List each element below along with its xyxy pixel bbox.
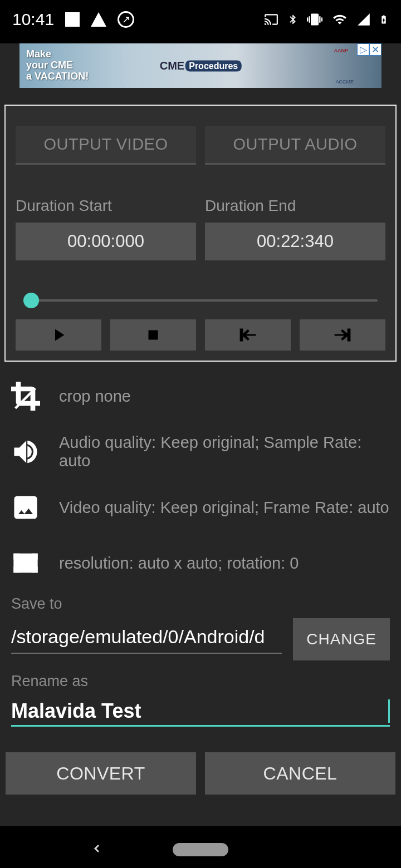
stop-button[interactable]	[110, 319, 196, 351]
stop-icon	[144, 326, 163, 344]
notification-icon	[65, 12, 80, 27]
save-to-label: Save to	[11, 595, 390, 613]
svg-point-1	[22, 560, 30, 567]
android-nav-bar	[0, 826, 401, 868]
resolution-icon	[11, 549, 40, 578]
setting-resolution-text: resolution: auto x auto; rotation: 0	[59, 554, 299, 573]
signal-icon	[356, 12, 371, 27]
android-status-bar: 10:41 ↗	[0, 0, 401, 39]
setting-crop-text: crop none	[59, 387, 131, 406]
seek-end-icon	[330, 324, 355, 346]
seek-start-button[interactable]	[205, 319, 291, 351]
setting-audio-text: Audio quality: Keep original; Sample Rat…	[59, 433, 390, 470]
nav-back-button[interactable]	[90, 840, 104, 859]
wifi-icon	[331, 12, 349, 27]
ad-badge: AANP	[334, 48, 348, 53]
image-icon	[11, 493, 40, 522]
convert-button[interactable]: CONVERT	[6, 752, 196, 795]
crop-icon	[11, 382, 40, 411]
tab-output-audio[interactable]: OUTPUT AUDIO	[205, 126, 385, 165]
text-cursor	[388, 699, 390, 723]
play-button[interactable]	[16, 319, 101, 351]
ad-banner[interactable]: Make your CME a VACATION! CME Procedures…	[19, 43, 382, 88]
duration-end-value[interactable]: 00:22:340	[205, 223, 385, 260]
change-button[interactable]: CHANGE	[293, 618, 390, 660]
duration-start-label: Duration Start	[16, 197, 196, 215]
setting-video-text: Video quality: Keep original; Frame Rate…	[59, 499, 389, 517]
duration-start-value[interactable]: 00:00:000	[16, 223, 196, 260]
slider-thumb[interactable]	[23, 293, 39, 308]
setting-crop[interactable]: crop none	[11, 368, 390, 424]
duration-end-label: Duration End	[205, 197, 385, 215]
rename-label: Rename as	[11, 673, 390, 690]
save-path-field[interactable]: /storage/emulated/0/Android/d	[11, 625, 282, 654]
setting-audio[interactable]: Audio quality: Keep original; Sample Rat…	[11, 424, 390, 480]
ad-brand: CME Procedures	[160, 60, 242, 72]
rename-input[interactable]: Malavida Test	[11, 696, 390, 727]
battery-charging-icon	[379, 11, 389, 28]
playback-slider[interactable]	[23, 293, 378, 308]
seek-start-icon	[235, 324, 261, 346]
setting-resolution[interactable]: resolution: auto x auto; rotation: 0	[11, 535, 390, 591]
seek-end-button[interactable]	[300, 319, 385, 351]
vibrate-icon	[306, 12, 323, 27]
cancel-button[interactable]: CANCEL	[205, 752, 395, 795]
volume-icon	[11, 437, 40, 466]
setting-video[interactable]: Video quality: Keep original; Frame Rate…	[11, 480, 390, 535]
warning-icon	[91, 12, 106, 27]
status-time: 10:41	[12, 10, 54, 29]
notification-app-icon: ↗	[118, 11, 134, 28]
rename-input-text: Malavida Test	[11, 699, 388, 723]
tab-output-video[interactable]: OUTPUT VIDEO	[16, 126, 196, 165]
ad-text: Make your CME a VACATION!	[19, 49, 89, 82]
ad-accred: ACCME	[335, 79, 354, 85]
ad-close-icon[interactable]: ✕	[369, 43, 382, 56]
output-panel: OUTPUT VIDEO OUTPUT AUDIO Duration Start…	[4, 105, 397, 362]
play-icon	[48, 324, 69, 346]
nav-home-pill[interactable]	[173, 843, 228, 856]
bluetooth-icon	[287, 11, 299, 28]
ad-info-icon[interactable]: ▷	[357, 43, 369, 56]
cast-icon	[263, 12, 280, 27]
